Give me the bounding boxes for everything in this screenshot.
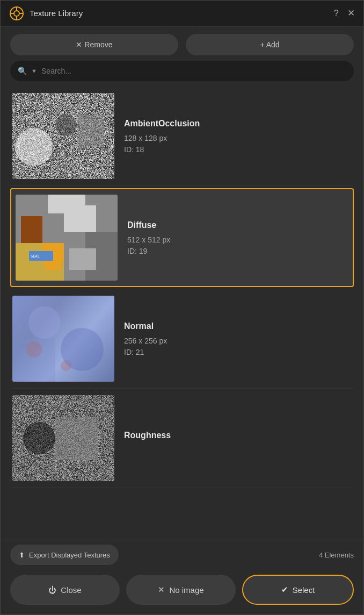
select-label: Select — [293, 585, 315, 595]
close-window-button[interactable]: ✕ — [347, 8, 355, 19]
close-label: Close — [61, 585, 81, 595]
close-icon: ⏻ — [48, 585, 56, 595]
texture-id-normal: ID: 21 — [124, 348, 352, 356]
select-button[interactable]: ✔ Select — [242, 575, 354, 605]
window-title: Texture Library — [30, 9, 334, 18]
search-icon: 🔍 — [18, 67, 27, 75]
texture-item-normal[interactable]: Normal 256 x 256 px ID: 21 — [10, 289, 354, 389]
no-image-icon: ✕ — [158, 585, 165, 595]
texture-id-diffuse: ID: 19 — [127, 247, 348, 255]
no-image-label: No image — [169, 585, 203, 595]
export-label: Export Displayed Textures — [29, 551, 110, 559]
no-image-button[interactable]: ✕ No image — [126, 575, 236, 605]
texture-item-ambient-occlusion[interactable]: AmbientOcclusion 128 x 128 px ID: 18 — [10, 87, 354, 186]
bottom-bar: ⏻ Close ✕ No image ✔ Select — [1, 569, 363, 614]
texture-name-diffuse: Diffuse — [127, 220, 348, 230]
texture-size-ao: 128 x 128 px — [124, 134, 352, 142]
search-filter-arrow[interactable]: ▼ — [31, 68, 37, 74]
select-icon: ✔ — [281, 585, 288, 595]
add-button[interactable]: + Add — [186, 34, 354, 55]
texture-item-diffuse[interactable]: Diffuse 512 x 512 px ID: 19 — [10, 188, 354, 287]
texture-id-ao: ID: 18 — [124, 145, 352, 154]
texture-info-roughness: Roughness — [124, 431, 352, 446]
texture-thumb-ao — [12, 93, 114, 179]
texture-info-diffuse: Diffuse 512 x 512 px ID: 19 — [127, 220, 348, 255]
texture-size-diffuse: 512 x 512 px — [127, 235, 348, 244]
help-button[interactable]: ? — [334, 8, 339, 19]
texture-thumb-normal — [12, 296, 114, 382]
texture-info-normal: Normal 256 x 256 px ID: 21 — [124, 321, 352, 356]
texture-thumb-roughness — [12, 395, 114, 481]
elements-count: 4 Elements — [319, 551, 354, 559]
remove-button[interactable]: ✕ Remove — [10, 34, 178, 55]
texture-name-ao: AmbientOcclusion — [124, 119, 352, 128]
title-bar: Texture Library ? ✕ — [1, 1, 363, 26]
texture-list: AmbientOcclusion 128 x 128 px ID: 18 Dif… — [1, 87, 363, 539]
app-logo — [9, 6, 24, 21]
texture-name-roughness: Roughness — [124, 431, 352, 440]
export-icon: ⬆ — [19, 551, 25, 559]
footer-bar: ⬆ Export Displayed Textures 4 Elements — [1, 539, 363, 569]
svg-point-1 — [14, 11, 19, 16]
title-bar-actions: ? ✕ — [334, 8, 355, 19]
search-input[interactable] — [41, 67, 346, 75]
texture-name-normal: Normal — [124, 321, 352, 331]
toolbar: ✕ Remove + Add — [1, 26, 363, 61]
texture-item-roughness[interactable]: Roughness — [10, 389, 354, 488]
search-bar: 🔍 ▼ — [10, 61, 354, 81]
texture-info-ao: AmbientOcclusion 128 x 128 px ID: 18 — [124, 119, 352, 154]
texture-size-normal: 256 x 256 px — [124, 337, 352, 345]
export-button[interactable]: ⬆ Export Displayed Textures — [10, 545, 119, 565]
close-button[interactable]: ⏻ Close — [10, 575, 120, 605]
texture-thumb-diffuse — [16, 195, 118, 281]
main-window: Texture Library ? ✕ ✕ Remove + Add 🔍 ▼ A… — [0, 0, 364, 615]
